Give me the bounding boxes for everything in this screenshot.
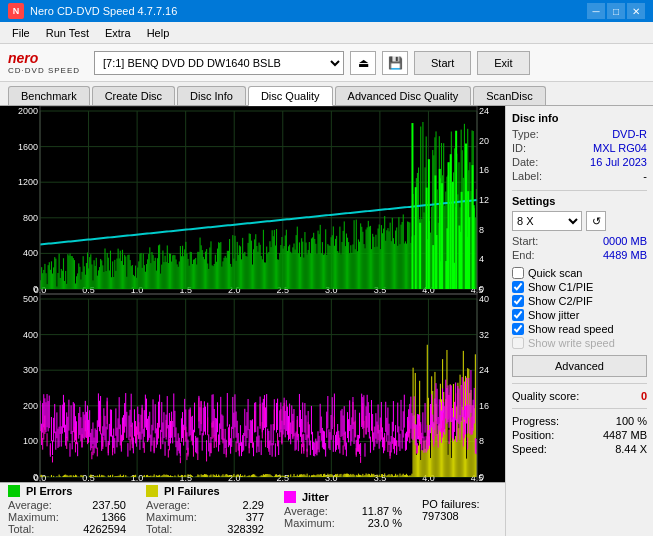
pi-failures-label: PI Failures (164, 485, 220, 497)
quality-score-label: Quality score: (512, 390, 579, 402)
menu-bar: File Run Test Extra Help (0, 22, 653, 44)
toolbar: nero CD·DVD SPEED [7:1] BENQ DVD DD DW16… (0, 44, 653, 82)
pif-avg-label: Average: (146, 499, 201, 511)
pi-max-label: Maximum: (8, 511, 63, 523)
title-text: Nero CD-DVD Speed 4.7.7.16 (30, 5, 177, 17)
maximize-button[interactable]: □ (607, 3, 625, 19)
jit-avg-label: Average: (284, 505, 339, 517)
end-mb-label: End: (512, 249, 535, 261)
pi-errors-stat: PI Errors Average: 237.50 Maximum: 1366 … (8, 485, 126, 535)
show-c2-pif-row: Show C2/PIF (512, 295, 647, 307)
pi-errors-label: PI Errors (26, 485, 72, 497)
menu-extra[interactable]: Extra (97, 25, 139, 41)
nero-logo: nero CD·DVD SPEED (8, 50, 80, 75)
stats-bar: PI Errors Average: 237.50 Maximum: 1366 … (0, 482, 505, 536)
chart-container: PI Errors Average: 237.50 Maximum: 1366 … (0, 106, 505, 536)
right-panel: Disc info Type: DVD-R ID: MXL RG04 Date:… (505, 106, 653, 536)
pi-failures-stat: PI Failures Average: 2.29 Maximum: 377 T… (146, 485, 264, 535)
pif-total-value: 328392 (209, 523, 264, 535)
disc-info-section: Disc info Type: DVD-R ID: MXL RG04 Date:… (512, 112, 647, 182)
quick-scan-checkbox[interactable] (512, 267, 524, 279)
disc-label-value: - (643, 170, 647, 182)
title-bar: N Nero CD-DVD Speed 4.7.7.16 ─ □ ✕ (0, 0, 653, 22)
menu-help[interactable]: Help (139, 25, 178, 41)
show-write-speed-checkbox[interactable] (512, 337, 524, 349)
type-label: Type: (512, 128, 539, 140)
tab-advanced-disc-quality[interactable]: Advanced Disc Quality (335, 86, 472, 105)
progress-section: Progress: 100 % Position: 4487 MB Speed:… (512, 415, 647, 455)
quality-score-row: Quality score: 0 (512, 390, 647, 402)
pif-max-value: 377 (209, 511, 264, 523)
advanced-button[interactable]: Advanced (512, 355, 647, 377)
refresh-button[interactable]: ↺ (586, 211, 606, 231)
pif-max-label: Maximum: (146, 511, 201, 523)
window-controls: ─ □ ✕ (587, 3, 645, 19)
pi-errors-color (8, 485, 20, 497)
jit-max-value: 23.0 % (347, 517, 402, 529)
speed-prog-label: Speed: (512, 443, 547, 455)
tab-scan-disc[interactable]: ScanDisc (473, 86, 545, 105)
date-label: Date: (512, 156, 538, 168)
drive-selector[interactable]: [7:1] BENQ DVD DD DW1640 BSLB (94, 51, 344, 75)
position-value: 4487 MB (603, 429, 647, 441)
show-jitter-checkbox[interactable] (512, 309, 524, 321)
show-c2-pif-checkbox[interactable] (512, 295, 524, 307)
po-failures-stat: PO failures: 797308 (422, 498, 479, 522)
speed-prog-value: 8.44 X (615, 443, 647, 455)
settings-section: Disc info Settings 8 X Max 1 X 2 X 4 X 1… (512, 195, 647, 261)
pi-avg-label: Average: (8, 499, 63, 511)
progress-value: 100 % (616, 415, 647, 427)
show-c1-pie-row: Show C1/PIE (512, 281, 647, 293)
cdvd-brand: CD·DVD SPEED (8, 66, 80, 75)
tabs-bar: Benchmark Create Disc Disc Info Disc Qua… (0, 82, 653, 106)
tab-disc-info[interactable]: Disc Info (177, 86, 246, 105)
quick-scan-row: Quick scan (512, 267, 647, 279)
quick-scan-label: Quick scan (528, 267, 582, 279)
jit-max-label: Maximum: (284, 517, 339, 529)
pi-total-value: 4262594 (71, 523, 126, 535)
minimize-button[interactable]: ─ (587, 3, 605, 19)
id-value: MXL RG04 (593, 142, 647, 154)
date-value: 16 Jul 2023 (590, 156, 647, 168)
disc-info-title: Disc info (512, 112, 647, 124)
show-read-speed-label: Show read speed (528, 323, 614, 335)
tab-benchmark[interactable]: Benchmark (8, 86, 90, 105)
show-write-speed-label: Show write speed (528, 337, 615, 349)
start-mb-value: 0000 MB (603, 235, 647, 247)
exit-button[interactable]: Exit (477, 51, 529, 75)
id-label: ID: (512, 142, 526, 154)
disc-label-label: Label: (512, 170, 542, 182)
jit-avg-value: 11.87 % (347, 505, 402, 517)
pi-total-label: Total: (8, 523, 63, 535)
speed-selector[interactable]: 8 X Max 1 X 2 X 4 X 16 X (512, 211, 582, 231)
start-mb-label: Start: (512, 235, 538, 247)
show-c1-pie-label: Show C1/PIE (528, 281, 593, 293)
menu-file[interactable]: File (4, 25, 38, 41)
po-failures-label: PO failures: (422, 498, 479, 510)
chart-canvas (0, 106, 505, 482)
tab-create-disc[interactable]: Create Disc (92, 86, 175, 105)
app-icon: N (8, 3, 24, 19)
jitter-label: Jitter (302, 491, 329, 503)
progress-row: Progress: 100 % (512, 415, 647, 427)
menu-run-test[interactable]: Run Test (38, 25, 97, 41)
quality-score-value: 0 (641, 390, 647, 402)
main-content: PI Errors Average: 237.50 Maximum: 1366 … (0, 106, 653, 536)
show-c1-pie-checkbox[interactable] (512, 281, 524, 293)
tab-disc-quality[interactable]: Disc Quality (248, 86, 333, 106)
save-button[interactable]: 💾 (382, 51, 408, 75)
po-failures-value: 797308 (422, 510, 479, 522)
show-read-speed-checkbox[interactable] (512, 323, 524, 335)
settings-label: Settings (512, 195, 647, 207)
eject-button[interactable]: ⏏ (350, 51, 376, 75)
pi-max-value: 1366 (71, 511, 126, 523)
speed-row: 8 X Max 1 X 2 X 4 X 16 X ↺ (512, 211, 647, 231)
quality-score-section: Quality score: 0 (512, 390, 647, 402)
start-button[interactable]: Start (414, 51, 471, 75)
position-row: Position: 4487 MB (512, 429, 647, 441)
close-button[interactable]: ✕ (627, 3, 645, 19)
checkboxes-section: Quick scan Show C1/PIE Show C2/PIF Show … (512, 267, 647, 349)
pif-total-label: Total: (146, 523, 201, 535)
jitter-stat: Jitter Average: 11.87 % Maximum: 23.0 % (284, 491, 402, 529)
position-label: Position: (512, 429, 554, 441)
